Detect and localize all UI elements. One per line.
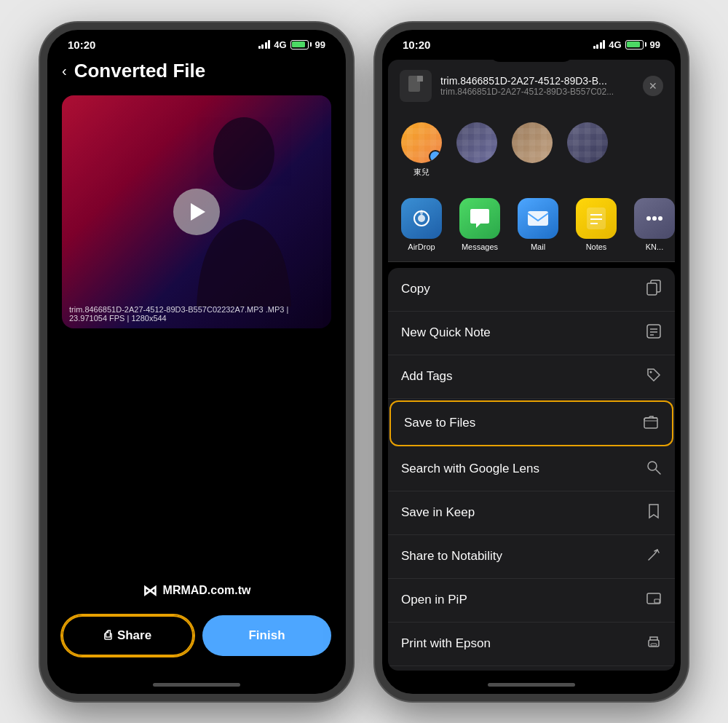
home-indicator-right — [382, 676, 681, 694]
add-tags-icon — [646, 367, 662, 387]
messages-label: Messages — [462, 242, 498, 251]
action-save-to-files[interactable]: Save to Files — [389, 400, 673, 446]
page-title: Converted File — [74, 60, 206, 82]
contact-avatar-4 — [567, 122, 608, 163]
airdrop-icon — [401, 198, 442, 239]
epson-icon — [646, 634, 662, 654]
svg-point-12 — [658, 216, 662, 221]
action-google-lens-label: Search with Google Lens — [401, 462, 539, 476]
action-copy-label: Copy — [401, 282, 430, 296]
action-copy[interactable]: Copy — [388, 268, 675, 312]
finish-button[interactable]: Finish — [202, 615, 331, 656]
svg-rect-2 — [417, 76, 423, 82]
more-apps-icon — [634, 198, 675, 239]
notes-label: Notes — [586, 242, 607, 251]
svg-rect-14 — [647, 283, 657, 295]
more-label: KN... — [646, 242, 663, 251]
back-button[interactable]: ‹ — [62, 63, 67, 79]
search-icon — [646, 459, 662, 479]
logo-icon: ⋈ — [143, 582, 157, 599]
close-share-button[interactable]: ✕ — [643, 76, 663, 96]
action-notability-label: Share to Notability — [401, 549, 502, 564]
app-item-messages[interactable]: Messages — [458, 198, 502, 251]
contact-item-3[interactable] — [510, 122, 554, 178]
app-item-mail[interactable]: Mail — [516, 198, 560, 251]
dynamic-island — [153, 37, 240, 62]
file-info: trim.8466851D-2A27-4512-89D3-B... trim.8… — [440, 75, 634, 97]
right-phone: 10:20 4G 99 — [375, 23, 688, 701]
contact-avatar-2 — [456, 122, 497, 163]
action-save-files-label: Save to Files — [404, 416, 475, 430]
signal-bars-left — [258, 40, 271, 49]
dynamic-island-right — [488, 37, 575, 62]
contact-badge — [429, 150, 442, 163]
share-label: Share — [117, 628, 151, 643]
share-sheet: trim.8466851D-2A27-4512-89D3-B... trim.8… — [382, 54, 681, 676]
mail-icon — [518, 198, 558, 239]
copy-icon — [646, 280, 662, 299]
logo-text: MRMAD.com.tw — [163, 584, 251, 597]
svg-rect-15 — [647, 325, 660, 338]
app-item-airdrop[interactable]: AirDrop — [400, 198, 443, 251]
video-preview[interactable]: trim.8466851D-2A27-4512-89D3-B557C02232A… — [62, 95, 331, 328]
contact-avatar-3 — [512, 122, 553, 163]
svg-rect-23 — [651, 644, 657, 646]
action-notability[interactable]: Share to Notability — [388, 535, 675, 579]
logo-area: ⋈ MRMAD.com.tw — [47, 574, 346, 607]
contact-item-2[interactable] — [455, 122, 499, 178]
action-run-script[interactable]: Run Script {} — [388, 666, 675, 671]
contact-avatar-1 — [401, 122, 442, 163]
svg-rect-17 — [644, 418, 657, 428]
action-add-tags-label: Add Tags — [401, 369, 453, 384]
time-right: 10:20 — [403, 39, 430, 51]
share-button[interactable]: ⎙ Share — [62, 615, 194, 656]
keep-icon — [646, 503, 662, 523]
svg-rect-5 — [528, 211, 548, 226]
action-quick-note-label: New Quick Note — [401, 325, 491, 340]
battery-right — [625, 40, 646, 50]
notability-icon — [646, 547, 662, 566]
signal-bars-right — [593, 40, 606, 49]
apps-row: AirDrop Messages — [388, 188, 675, 262]
action-save-keep-label: Save in Keep — [401, 505, 475, 520]
contact-item-4[interactable] — [566, 122, 609, 178]
contacts-row[interactable]: 東兒 — [388, 112, 675, 188]
action-list: Copy New Quick Note — [388, 268, 675, 671]
contact-name-1: 東兒 — [414, 167, 430, 178]
action-pip[interactable]: Open in PiP — [388, 579, 675, 623]
airdrop-label: AirDrop — [408, 242, 435, 251]
action-add-tags[interactable]: Add Tags — [388, 355, 675, 399]
play-button[interactable] — [173, 189, 220, 235]
action-save-keep[interactable]: Save in Keep — [388, 491, 675, 535]
action-quick-note[interactable]: New Quick Note — [388, 312, 675, 355]
svg-point-11 — [652, 216, 657, 221]
quick-note-icon — [646, 323, 662, 343]
action-google-lens[interactable]: Search with Google Lens — [388, 448, 675, 491]
left-phone: 10:20 4G 99 ‹ Converted File — [40, 23, 353, 701]
time-left: 10:20 — [68, 39, 95, 51]
app-item-more[interactable]: KN... — [633, 198, 675, 251]
action-epson-label: Print with Epson — [401, 636, 491, 651]
svg-point-18 — [648, 462, 657, 470]
svg-point-0 — [213, 117, 274, 190]
contact-item-1[interactable]: 東兒 — [400, 122, 443, 178]
svg-point-4 — [418, 215, 425, 222]
file-sub: trim.8466851D-2A27-4512-89D3-B557C02... — [440, 87, 634, 97]
notes-icon — [576, 198, 617, 239]
svg-line-19 — [656, 470, 660, 474]
svg-rect-21 — [654, 599, 660, 603]
app-item-notes[interactable]: Notes — [574, 198, 618, 251]
battery-pct-right: 99 — [650, 39, 660, 50]
battery-left — [290, 40, 312, 50]
action-pip-label: Open in PiP — [401, 593, 467, 607]
file-name: trim.8466851D-2A27-4512-89D3-B... — [440, 75, 634, 87]
share-icon: ⎙ — [104, 628, 111, 643]
action-epson[interactable]: Print with Epson — [388, 623, 675, 666]
video-info: trim.8466851D-2A27-4512-89D3-B557C02232A… — [69, 305, 324, 323]
file-type-icon — [400, 70, 432, 102]
bottom-buttons: ⎙ Share Finish — [47, 607, 346, 676]
network-right: 4G — [609, 39, 621, 50]
network-left: 4G — [274, 39, 286, 50]
messages-icon — [459, 198, 500, 239]
svg-point-10 — [646, 216, 651, 221]
